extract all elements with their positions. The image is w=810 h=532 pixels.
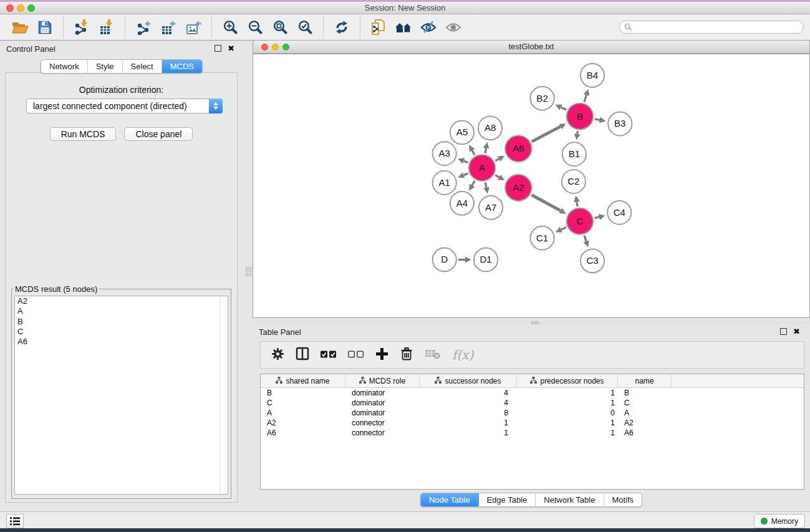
node-A2[interactable]: A2 bbox=[505, 175, 531, 201]
close-panel-icon[interactable]: ✖ bbox=[793, 329, 800, 335]
table-cell[interactable]: B bbox=[618, 389, 672, 397]
table-cell[interactable]: A2 bbox=[618, 418, 672, 427]
float-panel-icon[interactable] bbox=[215, 45, 221, 52]
column-header-successor-nodes[interactable]: successor nodes bbox=[420, 374, 517, 387]
zoom-out-button[interactable] bbox=[244, 16, 266, 39]
zoom-selected-button[interactable] bbox=[294, 16, 316, 39]
tab-motifs[interactable]: Motifs bbox=[604, 493, 642, 506]
table-cell[interactable]: A bbox=[261, 409, 345, 417]
refresh-button[interactable] bbox=[330, 16, 353, 39]
table-row[interactable]: Cdominator41C bbox=[261, 398, 804, 408]
edge-A-A2[interactable] bbox=[495, 175, 499, 177]
network-graph[interactable]: B4B2BB3A5A8A6B1A3AA1C2A2A4A7C4CC1C3DD1 bbox=[253, 54, 809, 317]
edge-A-A7[interactable] bbox=[485, 182, 486, 187]
column-header-name[interactable]: name bbox=[618, 374, 672, 387]
table-cell[interactable]: 1 bbox=[517, 399, 618, 407]
node-B4[interactable]: B4 bbox=[581, 64, 604, 87]
edge-A2-C[interactable] bbox=[532, 195, 561, 211]
edge-B-B1[interactable] bbox=[577, 131, 578, 134]
edge-A-A3[interactable] bbox=[464, 161, 468, 163]
mcds-result-item[interactable]: A6 bbox=[15, 337, 228, 347]
mcds-result-item[interactable]: A bbox=[15, 306, 228, 316]
node-B3[interactable]: B3 bbox=[608, 112, 632, 136]
edge-B-B4[interactable] bbox=[584, 95, 586, 102]
deselect-all-button[interactable] bbox=[348, 349, 364, 360]
table-cell[interactable]: 1 bbox=[420, 418, 517, 427]
export-table-button[interactable] bbox=[157, 16, 180, 39]
node-A6[interactable]: A6 bbox=[505, 135, 531, 162]
node-C3[interactable]: C3 bbox=[581, 249, 604, 273]
show-panels-button[interactable] bbox=[442, 16, 465, 39]
table-row[interactable]: Adominator80A bbox=[261, 408, 804, 418]
table-cell[interactable]: 4 bbox=[420, 399, 517, 407]
node-A8[interactable]: A8 bbox=[478, 117, 502, 140]
node-A4[interactable]: A4 bbox=[450, 191, 474, 215]
divider-grip[interactable] bbox=[246, 267, 251, 276]
node-C4[interactable]: C4 bbox=[607, 201, 631, 225]
mcds-result-item[interactable]: A2 bbox=[15, 296, 228, 306]
tab-style[interactable]: Style bbox=[88, 60, 123, 73]
table-row[interactable]: A6connector11A6 bbox=[261, 428, 804, 438]
close-panel-button[interactable]: Close panel bbox=[124, 127, 193, 141]
criterion-select[interactable]: largest connected component (directed) bbox=[26, 99, 223, 114]
table-cell[interactable]: B bbox=[261, 389, 345, 397]
edge-A6-B[interactable] bbox=[532, 127, 561, 142]
column-header-shared-name[interactable]: shared name bbox=[261, 374, 345, 387]
table-row[interactable]: Bdominator41B bbox=[261, 388, 804, 398]
table-cell[interactable]: 1 bbox=[517, 389, 618, 397]
tab-mcds[interactable]: MCDS bbox=[162, 60, 202, 73]
node-B2[interactable]: B2 bbox=[530, 87, 554, 110]
node-C1[interactable]: C1 bbox=[530, 226, 554, 250]
table-cell[interactable]: connector bbox=[345, 428, 420, 437]
node-C[interactable]: C bbox=[567, 208, 593, 235]
maximize-window-button[interactable] bbox=[27, 4, 35, 12]
mcds-result-list[interactable]: A2ABCA6 bbox=[14, 296, 228, 495]
import-table-button[interactable] bbox=[95, 16, 118, 39]
tab-select[interactable]: Select bbox=[123, 60, 162, 73]
table-settings-button[interactable] bbox=[271, 347, 284, 363]
search-input[interactable] bbox=[632, 22, 803, 33]
zoom-fit-button[interactable] bbox=[269, 16, 291, 39]
scrollbar-track[interactable] bbox=[219, 296, 228, 494]
close-panel-icon[interactable]: ✖ bbox=[228, 46, 234, 52]
tab-node-table[interactable]: Node Table bbox=[421, 493, 479, 506]
zoom-in-button[interactable] bbox=[219, 16, 241, 39]
export-network-button[interactable] bbox=[132, 16, 155, 39]
import-network-button[interactable] bbox=[70, 16, 93, 39]
network-canvas[interactable]: B4B2BB3A5A8A6B1A3AA1C2A2A4A7C4CC1C3DD1 bbox=[253, 54, 810, 318]
memory-button[interactable]: Memory bbox=[754, 514, 805, 528]
new-network-from-selection-button[interactable] bbox=[367, 16, 390, 39]
network-close-button[interactable] bbox=[261, 44, 268, 51]
table-cell[interactable]: C bbox=[618, 399, 672, 407]
export-image-button[interactable] bbox=[182, 16, 205, 39]
table-cell[interactable]: A6 bbox=[618, 428, 672, 437]
tab-network[interactable]: Network bbox=[41, 60, 88, 73]
close-window-button[interactable] bbox=[6, 4, 14, 12]
home-button[interactable] bbox=[392, 16, 415, 39]
node-A5[interactable]: A5 bbox=[450, 120, 474, 144]
tab-network-table[interactable]: Network Table bbox=[536, 493, 604, 506]
column-header-predecessor-nodes[interactable]: predecessor nodes bbox=[517, 374, 618, 387]
minimize-window-button[interactable] bbox=[17, 4, 24, 12]
table-cell[interactable]: 1 bbox=[517, 418, 618, 427]
edge-B-B2[interactable] bbox=[561, 107, 566, 110]
table-cell[interactable]: connector bbox=[345, 418, 420, 427]
table-cell[interactable]: 1 bbox=[517, 428, 618, 437]
table-cell[interactable]: 4 bbox=[420, 389, 517, 397]
toolbar-search[interactable] bbox=[619, 21, 804, 34]
table-cell[interactable]: A2 bbox=[261, 418, 345, 427]
run-mcds-button[interactable]: Run MCDS bbox=[50, 127, 117, 141]
edge-C-C2[interactable] bbox=[577, 201, 577, 206]
table-row[interactable]: A2connector11A2 bbox=[261, 418, 804, 428]
edge-A-A4[interactable] bbox=[472, 181, 475, 185]
node-A7[interactable]: A7 bbox=[479, 196, 503, 220]
table-cell[interactable]: dominator bbox=[345, 399, 420, 407]
table-cell[interactable]: 1 bbox=[420, 428, 517, 437]
edge-A-A8[interactable] bbox=[485, 148, 486, 153]
mcds-result-item[interactable]: C bbox=[15, 327, 228, 337]
edge-C-C4[interactable] bbox=[594, 217, 599, 218]
node-B[interactable]: B bbox=[567, 104, 593, 130]
delete-column-button[interactable] bbox=[400, 347, 413, 364]
edge-B-B3[interactable] bbox=[595, 119, 600, 120]
edge-A-A5[interactable] bbox=[472, 150, 475, 155]
